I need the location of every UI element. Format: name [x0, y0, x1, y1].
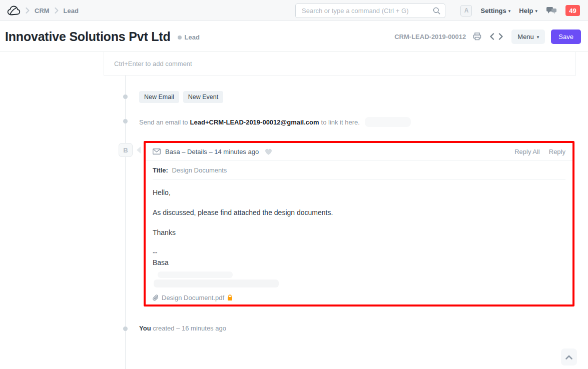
navbar: CRM Lead A Settings ▾ Help ▾ — [0, 0, 588, 21]
settings-menu[interactable]: Settings ▾ — [480, 7, 510, 14]
page-title: Innovative Solutions Pvt Ltd — [5, 30, 171, 44]
reply-all-link[interactable]: Reply All — [514, 148, 540, 156]
redacted-blob — [154, 280, 279, 288]
status-badge: Lead — [185, 34, 200, 41]
search-icon[interactable] — [433, 7, 440, 14]
navbar-left: CRM Lead — [7, 0, 79, 21]
breadcrumb-crm[interactable]: CRM — [35, 7, 50, 14]
global-search — [295, 4, 445, 18]
menu-button-label: Menu — [517, 33, 534, 40]
email-title-value: Design Documents — [172, 166, 227, 174]
created-author: You — [139, 324, 151, 332]
menu-button[interactable]: Menu ▾ — [511, 30, 545, 44]
email-body-line: Thanks — [153, 228, 565, 238]
email-link-suffix: to link it here. — [321, 118, 360, 126]
page-head-left: Innovative Solutions Pvt Ltd Lead — [5, 21, 200, 52]
breadcrumb-separator-icon — [26, 8, 30, 14]
navbar-right: A Settings ▾ Help ▾ 49 — [460, 0, 580, 21]
new-event-button[interactable]: New Event — [183, 91, 223, 103]
card-caret — [137, 146, 141, 154]
email-title-label: Title: — [153, 166, 168, 174]
search-input[interactable] — [296, 7, 433, 14]
chevron-down-icon: ▾ — [537, 34, 539, 40]
doc-pagination — [489, 33, 503, 40]
email-body-line: Hello, — [153, 188, 565, 198]
timeline-actions-row: New Email New Event — [139, 91, 227, 103]
breadcrumb-separator-icon — [55, 8, 59, 14]
chevron-up-icon — [565, 355, 572, 360]
redacted-blob — [158, 272, 233, 278]
breadcrumb-lead[interactable]: Lead — [64, 7, 79, 14]
chevron-down-icon: ▾ — [508, 8, 511, 14]
comment-input[interactable] — [104, 52, 575, 75]
email-meta[interactable]: Basa – Details – 14 minutes ago — [165, 148, 259, 156]
help-menu[interactable]: Help ▾ — [519, 7, 537, 14]
lock-icon[interactable] — [227, 294, 233, 301]
chevron-down-icon: ▾ — [535, 8, 537, 14]
email-actions: Reply All Reply — [514, 148, 565, 156]
chevron-left-icon[interactable] — [489, 33, 494, 40]
comment-box — [104, 52, 576, 76]
page-head: Innovative Solutions Pvt Ltd Lead CRM-LE… — [0, 21, 588, 52]
timeline-email-link-row: Send an email to Lead+CRM-LEAD-2019-0001… — [139, 117, 411, 127]
user-avatar[interactable]: A — [460, 5, 472, 16]
email-body-line: As discussed, please find attached the d… — [153, 208, 565, 218]
settings-label: Settings — [480, 7, 506, 14]
attachment-link[interactable]: Design Document.pdf — [162, 294, 224, 302]
notification-count-badge[interactable]: 49 — [565, 5, 580, 16]
email-body-line: Basa — [153, 258, 565, 268]
page-head-right: CRM-LEAD-2019-00012 Menu ▾ — [394, 21, 581, 52]
email-body-line: -- — [153, 248, 565, 258]
email-title-row: Title: Design Documents — [146, 160, 572, 180]
sender-avatar: B — [119, 143, 133, 157]
timeline-dot — [123, 94, 128, 99]
created-text: created – 16 minutes ago — [151, 324, 226, 332]
email-link-address: Lead+CRM-LEAD-2019-00012@gmail.com — [190, 118, 319, 126]
email-card-header: Basa – Details – 14 minutes ago Reply Al… — [146, 143, 572, 160]
help-label: Help — [519, 7, 533, 14]
home-cloud-logo-icon[interactable] — [7, 5, 21, 16]
timeline-dot — [123, 326, 128, 331]
email-card-highlighted: Basa – Details – 14 minutes ago Reply Al… — [144, 141, 574, 306]
chevron-right-icon[interactable] — [498, 33, 503, 40]
scroll-to-top-button[interactable] — [561, 348, 577, 366]
attachment-row: Design Document.pdf — [146, 288, 572, 302]
save-button[interactable]: Save — [551, 30, 581, 44]
heart-icon[interactable] — [265, 148, 272, 155]
email-body: Hello, As discussed, please find attache… — [146, 180, 572, 288]
timeline-dot — [123, 119, 128, 124]
new-email-button[interactable]: New Email — [139, 91, 179, 103]
timeline-created-row: You created – 16 minutes ago — [139, 324, 226, 332]
app-window: CRM Lead A Settings ▾ Help ▾ — [0, 0, 588, 369]
reply-link[interactable]: Reply — [549, 148, 565, 156]
paperclip-icon — [153, 294, 159, 302]
status-dot-icon — [178, 36, 182, 40]
document-id: CRM-LEAD-2019-00012 — [394, 33, 466, 40]
printer-icon[interactable] — [473, 32, 481, 40]
envelope-icon — [153, 148, 161, 154]
redacted-blob — [365, 117, 411, 127]
chat-bubbles-icon[interactable] — [546, 6, 557, 15]
email-link-prefix: Send an email to — [139, 118, 188, 126]
